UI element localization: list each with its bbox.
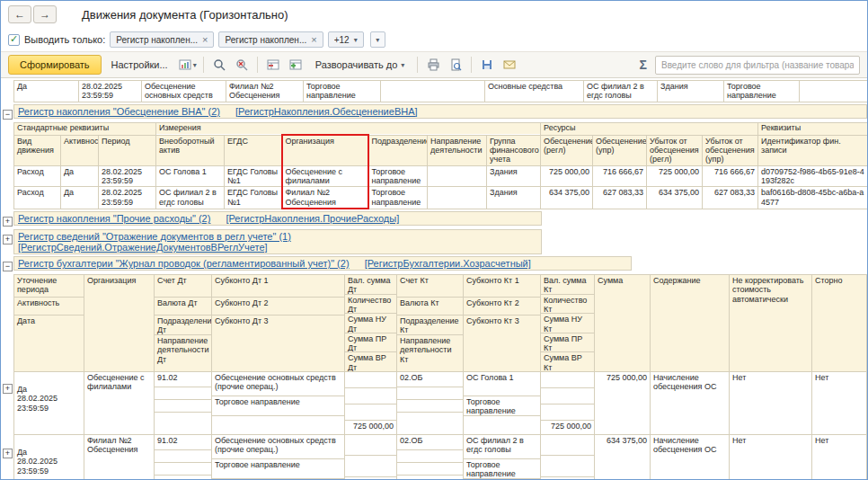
- save-button[interactable]: [477, 55, 497, 75]
- filter-chip-register2[interactable]: Регистр накоплен... ×: [218, 31, 323, 48]
- filter-list-dropdown-button[interactable]: ▾: [370, 31, 385, 48]
- cell[interactable]: Здания: [487, 165, 541, 187]
- cell[interactable]: 716 666,67: [703, 165, 758, 187]
- cell[interactable]: ОС Голова 1: [156, 165, 225, 187]
- cell-movement-type[interactable]: Расход: [14, 165, 61, 187]
- cell[interactable]: 627 083,33: [593, 187, 647, 209]
- settings-button[interactable]: Настройки...: [104, 55, 175, 75]
- back-button[interactable]: ←: [8, 5, 31, 23]
- forward-button[interactable]: →: [33, 5, 57, 23]
- cell-period[interactable]: Да 28.02.2025 23:59:59: [14, 435, 84, 479]
- chip-close-icon[interactable]: ×: [311, 35, 316, 45]
- collapse-section-toggle[interactable]: −: [3, 262, 13, 271]
- register-ref-link[interactable]: [РегистрНакопления.ПрочиеРасходы]: [226, 213, 399, 224]
- cell[interactable]: Торговое направление: [304, 81, 381, 102]
- cell-sum[interactable]: 634 375,00: [595, 435, 651, 479]
- cell-debit-subconto[interactable]: Обесценение основных средств (прочие опе…: [212, 435, 345, 479]
- expand-section-toggle[interactable]: +: [3, 217, 13, 227]
- cell[interactable]: Филиал №2 Обесценения: [226, 81, 304, 102]
- cell-credit-sums[interactable]: 634 375,00: [541, 435, 595, 479]
- register-link[interactable]: Регистр бухгалтерии "Журнал проводок (ре…: [18, 258, 350, 269]
- cell-organization-highlighted[interactable]: Филиал №2 Обесценения: [282, 187, 368, 209]
- cell[interactable]: 28.02.2025 23:59:59: [99, 187, 156, 209]
- cell[interactable]: 28.02.2025 23:59:59: [79, 81, 142, 102]
- cell[interactable]: Здания: [487, 187, 541, 209]
- cell[interactable]: 627 083,33: [703, 187, 758, 209]
- cell[interactable]: [428, 165, 487, 187]
- cell[interactable]: Здания: [658, 81, 724, 102]
- register-ref-link[interactable]: [РегистрБухгалтерии.Хозрасчетный]: [365, 258, 531, 269]
- cell[interactable]: Торговое направление: [368, 165, 428, 187]
- register-link[interactable]: Регистр накопления "Обесценение ВНА" (2): [18, 106, 220, 117]
- cell[interactable]: baf0616b-d808-45bc-a6ba-a4577: [758, 187, 867, 209]
- posting-row[interactable]: Да 28.02.2025 23:59:59 Филиал №2 Обесцен…: [14, 435, 867, 479]
- cell-credit-account[interactable]: 02.ОБ: [397, 372, 464, 435]
- show-only-checkbox[interactable]: ✓: [8, 34, 20, 46]
- cell-no-adjust[interactable]: Нет: [730, 372, 812, 435]
- cell[interactable]: 716 666,67: [593, 165, 647, 187]
- collapse-groups-button[interactable]: [263, 55, 283, 75]
- cell[interactable]: ЕГДС Головы №1: [225, 187, 282, 209]
- cell-organization[interactable]: Обесценение с филиалами: [84, 372, 155, 435]
- cell[interactable]: ЕГДС Головы №1: [225, 165, 282, 187]
- register-ref-link[interactable]: [РегистрНакопления.ОбесценениеВНА]: [235, 106, 418, 117]
- cell-credit-account[interactable]: 02.ОБ: [397, 435, 464, 479]
- cell-credit-sums[interactable]: 725 000,00: [541, 372, 595, 435]
- print-button[interactable]: [423, 55, 443, 75]
- cell[interactable]: 634 375,00: [541, 187, 593, 209]
- cell-debit-sums[interactable]: 634 375,00: [345, 435, 397, 479]
- expand-section-toggle[interactable]: +: [3, 235, 13, 244]
- expand-groups-button[interactable]: [286, 55, 306, 75]
- cell-movement-type[interactable]: Расход: [14, 187, 61, 209]
- filter-chip-more[interactable]: +12 ▾: [328, 31, 364, 48]
- cell-debit-account[interactable]: 91.02: [155, 372, 212, 435]
- cell-no-adjust[interactable]: Нет: [730, 435, 812, 479]
- cell-debit-subconto[interactable]: Обесценение основных средств (прочие опе…: [212, 372, 345, 435]
- register-link[interactable]: Регистр сведений "Отражение документов в…: [18, 231, 291, 242]
- send-email-button[interactable]: [500, 55, 519, 75]
- generate-button[interactable]: Сформировать: [8, 55, 102, 75]
- cancel-search-button[interactable]: [232, 55, 252, 75]
- find-button[interactable]: [209, 55, 229, 75]
- cell-debit-sums[interactable]: 725 000,00: [345, 372, 397, 435]
- cell-period[interactable]: Да 28.02.2025 23:59:59: [14, 372, 84, 435]
- cell[interactable]: [800, 81, 868, 102]
- cell-organization[interactable]: Филиал №2 Обесценения: [84, 435, 155, 479]
- cell[interactable]: [428, 187, 487, 209]
- cell-debit-account[interactable]: 91.02: [155, 435, 212, 479]
- chip-close-icon[interactable]: ×: [202, 35, 208, 45]
- filter-chip-register1[interactable]: Регистр накоплен... ×: [110, 31, 214, 48]
- register-ref-link[interactable]: [РегистрСведений.ОтражениеДокументовВРег…: [18, 242, 537, 253]
- collapse-section-toggle[interactable]: −: [3, 110, 13, 120]
- register-link[interactable]: Регистр накопления "Прочие расходы" (2): [18, 213, 210, 224]
- cell[interactable]: Да: [14, 81, 79, 102]
- cell-credit-subconto[interactable]: ОС Голова 1 Торговое направление: [464, 372, 541, 435]
- report-variants-button[interactable]: ▾: [178, 55, 198, 75]
- cell[interactable]: 725 000,00: [647, 165, 703, 187]
- expand-row-toggle[interactable]: +: [3, 449, 13, 458]
- cell[interactable]: Торговое направление: [724, 81, 800, 102]
- cell-content[interactable]: Начисление обесценения ОС: [651, 372, 730, 435]
- cell-storno[interactable]: Нет: [812, 435, 867, 479]
- expand-row-toggle[interactable]: +: [3, 384, 13, 394]
- cell[interactable]: d0709752-f986-4b65-91e8-4193f282c: [758, 165, 867, 187]
- cell[interactable]: 28.02.2025 23:59:59: [99, 165, 156, 187]
- cell[interactable]: ОС филиал 2 в егдс головы: [156, 187, 225, 209]
- cell[interactable]: Торговое направление: [368, 187, 428, 209]
- cell[interactable]: 725 000,00: [541, 165, 593, 187]
- cell[interactable]: Да: [61, 187, 99, 209]
- cell-organization-highlighted[interactable]: Обесценение с филиалами: [282, 165, 368, 187]
- cell-credit-subconto[interactable]: ОС филиал 2 в егдс головы Торговое напра…: [464, 435, 541, 479]
- cell-content[interactable]: Начисление обесценения ОС: [651, 435, 730, 479]
- cell[interactable]: 634 375,00: [647, 187, 703, 209]
- cell[interactable]: Основные средства: [485, 81, 584, 102]
- cell-storno[interactable]: Нет: [812, 372, 867, 435]
- print-preview-button[interactable]: [446, 55, 465, 75]
- cell[interactable]: ОС филиал 2 в егдс головы: [584, 81, 658, 102]
- cell[interactable]: Обесценение основных средств: [142, 81, 226, 102]
- sum-button[interactable]: Σ: [634, 58, 652, 72]
- posting-row[interactable]: Да 28.02.2025 23:59:59 Обесценение с фил…: [14, 372, 867, 435]
- cell-sum[interactable]: 725 000,00: [595, 372, 651, 435]
- cell[interactable]: [381, 81, 485, 102]
- cell[interactable]: Да: [61, 165, 99, 187]
